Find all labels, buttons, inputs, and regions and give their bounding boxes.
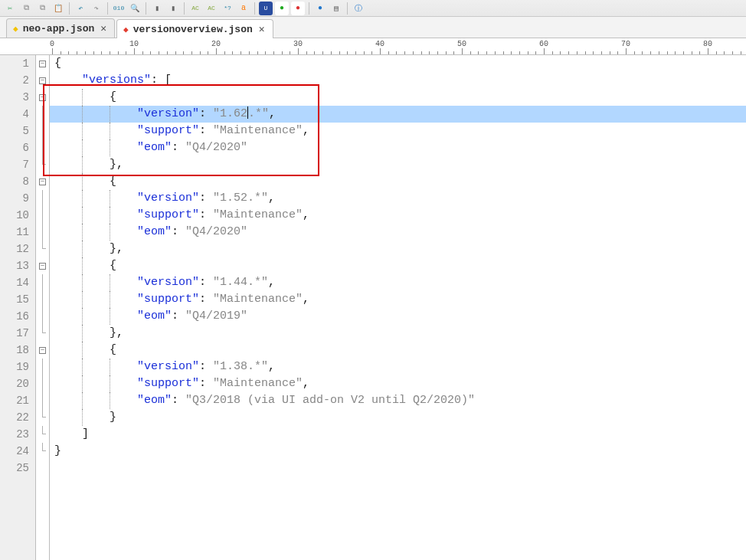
code-line[interactable]: "support": "Maintenance", <box>50 375 746 392</box>
code-line[interactable]: ] <box>50 426 746 443</box>
find-ac2-icon[interactable]: AC <box>204 2 218 15</box>
token-key: "version" <box>137 107 199 120</box>
line-number: 15 <box>0 291 29 308</box>
code-line[interactable] <box>50 460 746 476</box>
code-line[interactable]: { <box>50 257 746 274</box>
code-line[interactable]: { <box>50 173 746 190</box>
ruler-segment: 60 <box>462 38 544 54</box>
code-line[interactable]: "eom": "Q4/2020" <box>50 224 746 241</box>
token-punct: : <box>199 276 213 289</box>
token-punct: : <box>199 377 213 390</box>
code-line[interactable]: } <box>50 443 746 460</box>
editor: 1234567891011121314151617181920212223242… <box>0 55 746 560</box>
doc-icon[interactable]: ▤ <box>329 2 343 15</box>
scissors-icon[interactable]: ✂ <box>3 2 17 15</box>
code-line[interactable]: { <box>50 55 746 72</box>
token-key: "version" <box>137 276 199 289</box>
code-line[interactable]: "versions": [ <box>50 72 746 89</box>
line-number: 14 <box>0 274 29 291</box>
redo-icon[interactable]: ↷ <box>90 2 103 15</box>
line-number: 18 <box>0 342 29 359</box>
green-icon[interactable]: ● <box>275 2 289 15</box>
tab-neo-app-json[interactable]: ◆neo-app.json✕ <box>6 18 115 38</box>
find-ac-icon[interactable]: AC <box>188 2 202 15</box>
fold-marker[interactable]: − <box>36 55 49 72</box>
token-brace: }, <box>110 242 123 255</box>
binary-icon[interactable]: 010 <box>112 2 126 15</box>
token-str: "Q4/2019" <box>185 309 247 323</box>
fold-marker <box>36 274 49 291</box>
fold-marker <box>36 241 49 257</box>
code-line[interactable]: "eom": "Q3/2018 (via UI add-on V2 until … <box>50 392 746 409</box>
fold-marker[interactable]: − <box>36 89 49 106</box>
token-brace: ] <box>82 427 89 440</box>
line-number: 3 <box>0 89 29 106</box>
uc-icon[interactable]: U <box>259 2 273 15</box>
file-icon: ◆ <box>13 24 18 34</box>
toolbar-separator <box>69 2 70 15</box>
code-line[interactable]: "version": "1.38.*", <box>50 359 746 375</box>
code-line[interactable]: "support": "Maintenance", <box>50 123 746 139</box>
token-key: "eom" <box>137 225 172 238</box>
code-area[interactable]: { "versions": [ { "version": "1.62.*", "… <box>50 55 746 560</box>
toolbar-separator <box>184 2 185 15</box>
code-line[interactable]: "eom": "Q4/2020" <box>50 139 746 156</box>
token-punct: : <box>199 293 213 306</box>
token-str: "1.62.*" <box>213 107 269 120</box>
fold-marker[interactable]: − <box>36 257 49 274</box>
code-line[interactable]: }, <box>50 241 746 257</box>
info-icon[interactable]: ⓘ <box>352 2 365 15</box>
code-line[interactable]: "eom": "Q4/2019" <box>50 308 746 325</box>
token-brace: { <box>54 57 61 70</box>
bookmark-icon[interactable]: ▮ <box>150 2 164 15</box>
token-str: "Q4/2020" <box>185 225 247 238</box>
fold-marker[interactable]: − <box>36 72 49 89</box>
line-number: 23 <box>0 426 29 443</box>
code-line[interactable]: "version": "1.52.*", <box>50 190 746 207</box>
token-str: "1.38.*" <box>213 360 268 373</box>
paste-icon[interactable]: 📋 <box>51 2 65 15</box>
token-punct: : <box>172 141 185 154</box>
token-punct: , <box>269 107 276 120</box>
code-line[interactable]: }, <box>50 325 746 342</box>
ac-icon[interactable]: a <box>237 2 250 15</box>
token-str: "Maintenance" <box>213 208 303 221</box>
token-key: "eom" <box>137 141 172 154</box>
close-icon[interactable]: ✕ <box>257 23 267 35</box>
fold-marker <box>36 139 49 156</box>
code-line[interactable]: }, <box>50 156 746 173</box>
code-line[interactable]: "version": "1.62.*", <box>50 106 746 123</box>
code-line[interactable]: "support": "Maintenance", <box>50 291 746 308</box>
line-number-gutter: 1234567891011121314151617181920212223242… <box>0 55 36 560</box>
code-line[interactable]: { <box>50 342 746 359</box>
code-line[interactable]: "support": "Maintenance", <box>50 207 746 224</box>
line-number: 17 <box>0 325 29 342</box>
tab-label: versionoverview.json <box>133 24 253 35</box>
bookmark2-icon[interactable]: ▮ <box>166 2 180 15</box>
text-caret <box>247 106 248 119</box>
close-icon[interactable]: ✕ <box>99 22 108 34</box>
fold-marker[interactable]: − <box>36 173 49 190</box>
fold-column: −−−−−− <box>36 55 50 560</box>
copy2-icon[interactable]: ⧉ <box>35 2 49 15</box>
code-line[interactable]: { <box>50 89 746 106</box>
code-line[interactable]: "version": "1.44.*", <box>50 274 746 291</box>
line-number: 12 <box>0 241 29 257</box>
fold-marker[interactable]: − <box>36 342 49 359</box>
token-key: "eom" <box>137 309 172 323</box>
red-icon[interactable]: ● <box>291 2 305 15</box>
tab-versionoverview-json[interactable]: ◆versionoverview.json✕ <box>116 19 273 38</box>
token-key: "version" <box>137 360 199 373</box>
token-str: "Maintenance" <box>213 124 303 137</box>
token-punct: , <box>303 208 309 221</box>
code-line[interactable]: } <box>50 409 746 426</box>
undo-icon[interactable]: ↶ <box>74 2 87 15</box>
copy-icon[interactable]: ⧉ <box>19 2 33 15</box>
fold-marker <box>36 325 49 342</box>
token-key: "versions" <box>82 74 151 87</box>
search-icon[interactable]: 🔍 <box>128 2 142 15</box>
fold-marker <box>36 460 49 476</box>
blue-icon[interactable]: ● <box>313 2 327 15</box>
wildcard-icon[interactable]: *? <box>221 2 234 15</box>
tab-label: neo-app.json <box>23 23 95 34</box>
